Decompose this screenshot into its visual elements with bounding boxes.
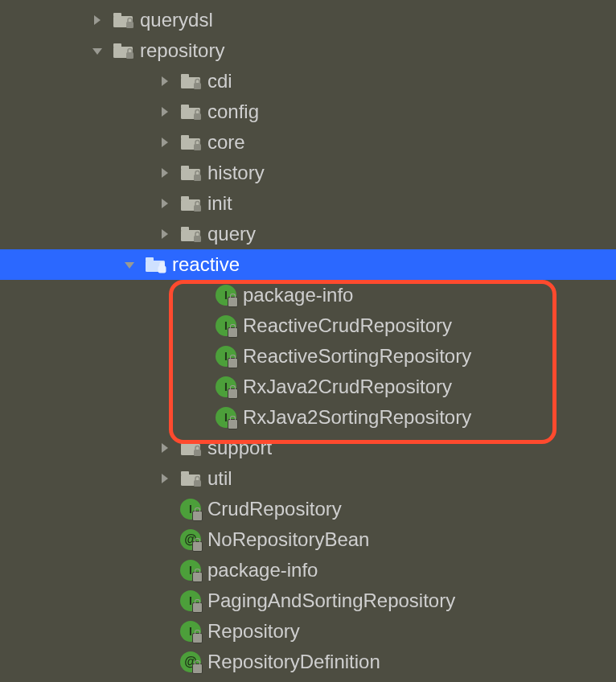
tree-item-label: config — [207, 101, 259, 123]
tree-item-PagingAndSortingRepository[interactable]: IPagingAndSortingRepository — [0, 585, 616, 616]
folder-locked-icon — [180, 72, 203, 90]
tree-item-label: package-info — [207, 559, 318, 581]
svg-rect-43 — [194, 480, 201, 487]
folder-locked-icon — [113, 42, 135, 60]
tree-item-NoRepositoryBean[interactable]: @NoRepositoryBean — [0, 524, 616, 555]
interface-icon: I — [216, 407, 236, 428]
tree-item-cdi[interactable]: cdi — [0, 66, 616, 97]
tree-item-label: core — [207, 131, 245, 154]
folder-locked-icon — [180, 164, 203, 182]
triangle-down-icon[interactable] — [122, 258, 137, 271]
triangle-right-icon[interactable] — [90, 14, 105, 27]
tree-item-reactive[interactable]: reactive — [0, 249, 616, 280]
triangle-right-icon[interactable] — [158, 472, 172, 485]
interface-icon: I — [216, 315, 236, 336]
svg-marker-12 — [162, 107, 168, 117]
tree-item-history[interactable]: history — [0, 158, 616, 188]
tree-item-RxJava2SortingRepository[interactable]: IRxJava2SortingRepository — [0, 402, 616, 433]
svg-marker-0 — [94, 15, 101, 25]
tree-item-ReactiveCrudRepository[interactable]: IReactiveCrudRepository — [0, 310, 616, 341]
tree-item-label: cdi — [207, 70, 232, 92]
svg-rect-15 — [194, 113, 201, 120]
tree-item-label: ReactiveCrudRepository — [243, 314, 452, 337]
tree-item-init[interactable]: init — [0, 188, 616, 219]
tree-item-label: query — [207, 223, 256, 245]
svg-marker-32 — [125, 262, 134, 269]
tree-item-label: support — [207, 437, 272, 459]
svg-marker-24 — [162, 199, 168, 208]
tree-item-querydsl[interactable]: querydsl — [0, 5, 616, 35]
triangle-right-icon[interactable] — [158, 75, 172, 88]
tree-item-label: NoRepositoryBean — [207, 528, 369, 551]
svg-rect-11 — [194, 83, 201, 89]
triangle-right-icon[interactable] — [158, 136, 172, 149]
tree-item-ReactiveSortingRepository[interactable]: IReactiveSortingRepository — [0, 341, 616, 372]
tree-item-util[interactable]: util — [0, 463, 616, 494]
tree-item-repository[interactable]: repository — [0, 35, 616, 66]
folder-locked-icon — [113, 11, 135, 29]
svg-rect-7 — [126, 52, 133, 59]
svg-marker-20 — [162, 168, 168, 178]
tree-item-RxJava2CrudRepository[interactable]: IRxJava2CrudRepository — [0, 372, 616, 402]
tree-item-label: RxJava2CrudRepository — [243, 376, 452, 398]
tree-item-label: init — [207, 192, 232, 215]
tree-item-pkg-info-1[interactable]: Ipackage-info — [0, 280, 616, 310]
interface-icon: I — [216, 376, 236, 397]
triangle-down-icon[interactable] — [90, 44, 105, 57]
svg-rect-23 — [194, 175, 201, 181]
tree-item-core[interactable]: core — [0, 127, 616, 158]
triangle-right-icon[interactable] — [158, 228, 172, 240]
svg-marker-16 — [162, 138, 168, 147]
interface-icon: I — [216, 285, 236, 306]
annotation-icon: @ — [180, 529, 201, 550]
tree-item-pkg-info-2[interactable]: Ipackage-info — [0, 555, 616, 585]
folder-locked-icon — [180, 103, 203, 121]
triangle-right-icon[interactable] — [158, 105, 172, 118]
svg-rect-35 — [158, 266, 166, 273]
tree-item-label: PagingAndSortingRepository — [207, 590, 455, 612]
interface-icon: I — [180, 499, 201, 520]
tree-item-label: CrudRepository — [207, 498, 342, 520]
tree-item-label: package-info — [243, 284, 353, 306]
tree-item-label: RxJava2SortingRepository — [243, 406, 471, 429]
folder-locked-icon — [180, 439, 203, 457]
tree-item-label: ReactiveSortingRepository — [243, 345, 471, 368]
tree-item-RepositoryDefinition[interactable]: @RepositoryDefinition — [0, 647, 616, 677]
tree-item-label: history — [207, 162, 265, 184]
svg-marker-36 — [162, 443, 168, 453]
interface-icon: I — [180, 590, 201, 611]
svg-rect-39 — [194, 450, 201, 456]
svg-marker-8 — [162, 76, 168, 86]
tree-item-query[interactable]: query — [0, 219, 616, 249]
svg-rect-31 — [194, 236, 201, 242]
svg-rect-19 — [194, 144, 201, 150]
tree-item-label: querydsl — [140, 9, 213, 31]
svg-rect-3 — [126, 22, 133, 28]
tree-item-label: repository — [140, 39, 224, 62]
tree-item-Repository[interactable]: IRepository — [0, 616, 616, 647]
svg-rect-27 — [194, 205, 201, 212]
svg-marker-40 — [162, 474, 168, 483]
tree-item-label: RepositoryDefinition — [207, 651, 380, 673]
tree-item-config[interactable]: config — [0, 97, 616, 127]
tree-item-CrudRepository[interactable]: ICrudRepository — [0, 494, 616, 524]
folder-locked-icon — [180, 225, 203, 243]
folder-locked-icon — [180, 134, 203, 151]
interface-icon: I — [180, 560, 201, 581]
triangle-right-icon[interactable] — [158, 442, 172, 454]
tree-item-label: util — [207, 467, 232, 490]
folder-locked-icon — [180, 195, 203, 212]
annotation-icon: @ — [180, 651, 201, 672]
svg-marker-28 — [162, 229, 168, 239]
tree-item-support[interactable]: support — [0, 433, 616, 463]
folder-locked-icon — [145, 256, 167, 273]
triangle-right-icon[interactable] — [158, 166, 172, 179]
tree-item-label: reactive — [172, 253, 240, 276]
folder-locked-icon — [180, 470, 203, 487]
svg-marker-4 — [92, 48, 102, 55]
interface-icon: I — [180, 621, 201, 642]
triangle-right-icon[interactable] — [158, 197, 172, 210]
interface-icon: I — [216, 346, 236, 367]
tree-item-label: Repository — [207, 620, 300, 643]
